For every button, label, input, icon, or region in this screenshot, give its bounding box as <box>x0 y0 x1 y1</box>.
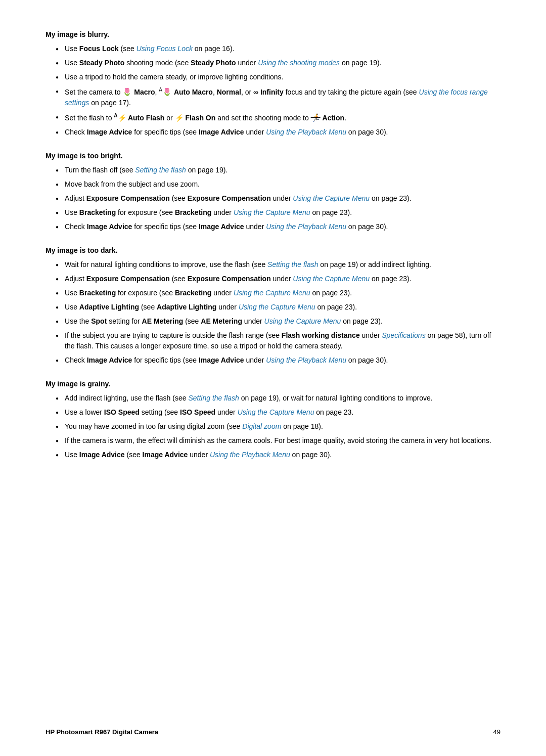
section-blurry: My image is blurry. Use Focus Lock (see … <box>46 30 500 138</box>
toobright-list: Turn the flash off (see Setting the flas… <box>46 165 500 232</box>
bullet-text: You may have zoomed in too far using dig… <box>65 421 323 432</box>
list-item: You may have zoomed in too far using dig… <box>46 421 500 432</box>
bullet-text: If the subject you are trying to capture… <box>65 330 500 351</box>
list-item: Use a tripod to hold the camera steady, … <box>46 72 500 82</box>
page-footer: HP Photosmart R967 Digital Camera 49 <box>0 728 546 736</box>
bullet-text: Use the Spot setting for AE Metering (se… <box>65 316 383 327</box>
list-item: If the subject you are trying to capture… <box>46 330 500 351</box>
section-heading-toobright: My image is too bright. <box>46 152 500 160</box>
section-heading-blurry: My image is blurry. <box>46 30 500 38</box>
section-grainy: My image is grainy. Add indirect lightin… <box>46 380 500 460</box>
bullet-text: Use a lower ISO Speed setting (see ISO S… <box>65 407 353 418</box>
list-item: Add indirect lighting, use the flash (se… <box>46 393 500 404</box>
bullet-text: Check Image Advice for specific tips (se… <box>65 355 388 366</box>
list-item: Use a lower ISO Speed setting (see ISO S… <box>46 407 500 418</box>
bullet-text: Wait for natural lighting conditions to … <box>65 259 431 270</box>
bullet-text: Set the flash to A⚡ Auto Flash or ⚡ Flas… <box>65 112 346 123</box>
list-item: Adjust Exposure Compensation (see Exposu… <box>46 274 500 284</box>
bullet-text: Turn the flash off (see Setting the flas… <box>65 165 228 175</box>
list-item: Check Image Advice for specific tips (se… <box>46 355 500 366</box>
bullet-text: Use Steady Photo shooting mode (see Stea… <box>65 58 381 68</box>
blurry-list: Use Focus Lock (see Using Focus Lock on … <box>46 43 500 138</box>
list-item: Use Adaptive Lighting (see Adaptive Ligh… <box>46 302 500 313</box>
list-item: Use the Spot setting for AE Metering (se… <box>46 316 500 327</box>
section-toobright: My image is too bright. Turn the flash o… <box>46 152 500 232</box>
list-item: Use Bracketing for exposure (see Bracket… <box>46 207 500 218</box>
section-heading-toodark: My image is too dark. <box>46 246 500 254</box>
list-item: Check Image Advice for specific tips (se… <box>46 127 500 138</box>
list-item: Wait for natural lighting conditions to … <box>46 259 500 270</box>
bullet-text: Set the camera to 🌷 Macro, A🌷 Auto Macro… <box>65 86 500 108</box>
bullet-text: Move back from the subject and use zoom. <box>65 179 200 190</box>
section-heading-grainy: My image is grainy. <box>46 380 500 388</box>
list-item: Move back from the subject and use zoom. <box>46 179 500 190</box>
bullet-text: Use Focus Lock (see Using Focus Lock on … <box>65 43 234 54</box>
list-item: Use Bracketing for exposure (see Bracket… <box>46 288 500 298</box>
list-item: Adjust Exposure Compensation (see Exposu… <box>46 193 500 204</box>
list-item: Set the flash to A⚡ Auto Flash or ⚡ Flas… <box>46 112 500 123</box>
page-container: My image is blurry. Use Focus Lock (see … <box>0 0 546 515</box>
list-item: Use Focus Lock (see Using Focus Lock on … <box>46 43 500 54</box>
grainy-list: Add indirect lighting, use the flash (se… <box>46 393 500 460</box>
bullet-text: If the camera is warm, the effect will d… <box>65 435 491 446</box>
bullet-text: Use a tripod to hold the camera steady, … <box>65 72 283 82</box>
bullet-text: Use Adaptive Lighting (see Adaptive Ligh… <box>65 302 357 313</box>
bullet-text: Use Bracketing for exposure (see Bracket… <box>65 207 352 218</box>
list-item: Check Image Advice for specific tips (se… <box>46 221 500 232</box>
bullet-text: Check Image Advice for specific tips (se… <box>65 221 388 232</box>
toodark-list: Wait for natural lighting conditions to … <box>46 259 500 366</box>
list-item: Turn the flash off (see Setting the flas… <box>46 165 500 175</box>
footer-page-number: 49 <box>493 728 500 736</box>
bullet-text: Check Image Advice for specific tips (se… <box>65 127 388 138</box>
bullet-text: Adjust Exposure Compensation (see Exposu… <box>65 193 412 204</box>
bullet-text: Adjust Exposure Compensation (see Exposu… <box>65 274 412 284</box>
bullet-text: Use Image Advice (see Image Advice under… <box>65 450 332 460</box>
list-item: Set the camera to 🌷 Macro, A🌷 Auto Macro… <box>46 86 500 108</box>
list-item: If the camera is warm, the effect will d… <box>46 435 500 446</box>
section-toodark: My image is too dark. Wait for natural l… <box>46 246 500 366</box>
list-item: Use Steady Photo shooting mode (see Stea… <box>46 58 500 68</box>
bullet-text: Add indirect lighting, use the flash (se… <box>65 393 433 404</box>
list-item: Use Image Advice (see Image Advice under… <box>46 450 500 460</box>
footer-product-name: HP Photosmart R967 Digital Camera <box>46 728 158 736</box>
bullet-text: Use Bracketing for exposure (see Bracket… <box>65 288 352 298</box>
